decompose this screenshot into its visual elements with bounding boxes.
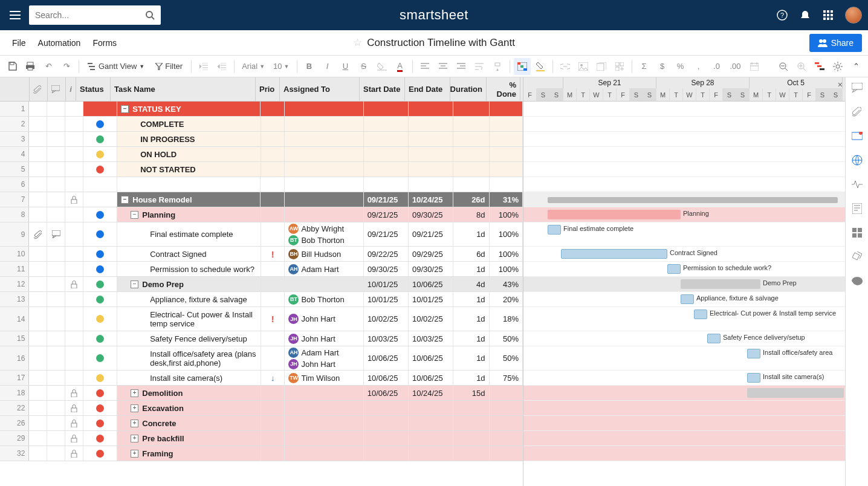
row-number[interactable]: 14 [0, 307, 29, 331]
table-row[interactable]: 22+Excavation [0, 401, 523, 416]
publish-icon[interactable] [850, 154, 864, 167]
cell-duration[interactable]: 1d [453, 292, 489, 306]
cell-duration[interactable] [453, 117, 489, 131]
cell-done[interactable] [490, 416, 523, 430]
print-button[interactable] [22, 58, 39, 75]
cell-start[interactable] [364, 162, 409, 177]
row-number[interactable]: 6 [0, 177, 29, 192]
cell-status[interactable] [83, 416, 117, 430]
save-button[interactable] [4, 58, 21, 75]
cell-priority[interactable] [261, 262, 285, 276]
cell-status[interactable] [83, 431, 117, 446]
cell-task[interactable]: IN PROGRESS [117, 132, 261, 146]
indent-button[interactable] [213, 58, 230, 75]
gantt-row[interactable] [523, 132, 845, 147]
gantt-bar[interactable] [681, 279, 760, 289]
view-selector[interactable]: Gantt View ▼ [83, 58, 149, 75]
zoom-in-button[interactable] [793, 58, 810, 75]
cell-end[interactable]: 10/03/25 [409, 331, 453, 346]
cell-task[interactable]: +Excavation [117, 401, 261, 415]
menu-automation[interactable]: Automation [32, 38, 87, 48]
cell-done[interactable]: 100% [490, 262, 523, 276]
cell-attach[interactable] [29, 207, 47, 222]
comma-button[interactable]: , [690, 58, 707, 75]
redo-button[interactable]: ↷ [58, 58, 75, 75]
cell-done[interactable]: 50% [490, 346, 523, 370]
cell-task[interactable]: COMPLETE [117, 117, 261, 131]
gantt-row[interactable]: Final estimate complete [523, 222, 845, 247]
cell-end[interactable] [409, 102, 453, 116]
link-button[interactable] [557, 58, 574, 75]
cell-assigned[interactable] [285, 401, 363, 415]
cell-done[interactable]: 43% [490, 277, 523, 291]
brandfolder-icon[interactable] [850, 250, 864, 264]
cell-end[interactable]: 10/24/25 [409, 192, 453, 207]
cell-end[interactable] [409, 416, 453, 430]
cell-assigned[interactable] [285, 162, 363, 177]
cell-task[interactable]: Contract Signed [117, 247, 261, 261]
user-avatar[interactable] [845, 7, 862, 24]
cell-comment[interactable] [47, 416, 65, 430]
gantt-bar[interactable] [561, 249, 667, 259]
cell-attach[interactable] [29, 277, 47, 291]
cell-status[interactable] [83, 102, 117, 116]
cell-assigned[interactable] [285, 102, 364, 116]
share-button[interactable]: Share [809, 34, 862, 52]
header-end[interactable]: End Date [405, 77, 450, 101]
cell-start[interactable]: 10/06/25 [364, 386, 409, 400]
cell-task[interactable]: −Demo Prep [117, 277, 261, 291]
cell-assigned[interactable] [285, 177, 364, 192]
row-number[interactable]: 32 [0, 446, 29, 461]
row-number[interactable]: 8 [0, 207, 29, 222]
cell-done[interactable] [490, 401, 523, 415]
align-center-button[interactable] [435, 58, 452, 75]
expand-toggle[interactable]: − [131, 280, 138, 288]
cell-priority[interactable] [261, 292, 285, 306]
cell-attach[interactable] [29, 431, 47, 446]
cell-status[interactable] [83, 277, 117, 291]
gantt-row[interactable] [523, 117, 845, 132]
cell-duration[interactable] [453, 132, 489, 146]
cell-done[interactable] [490, 431, 523, 446]
cell-priority[interactable] [261, 177, 285, 192]
cell-task[interactable]: Appliance, fixture & salvage [117, 292, 261, 306]
row-number[interactable]: 7 [0, 192, 29, 207]
cell-start[interactable]: 10/01/25 [364, 277, 409, 291]
cell-assigned[interactable]: BTBob Thorton [285, 292, 363, 306]
cell-comment[interactable] [47, 102, 65, 116]
cell-duration[interactable] [453, 446, 489, 461]
align-right-button[interactable] [453, 58, 470, 75]
cell-task[interactable]: +Concrete [117, 416, 261, 430]
gantt-bar[interactable] [707, 334, 721, 343]
underline-button[interactable]: U [337, 58, 354, 75]
cell-status[interactable] [83, 117, 117, 131]
cell-duration[interactable]: 26d [453, 192, 489, 207]
cell-attach[interactable] [29, 177, 47, 192]
gantt-bar[interactable] [747, 373, 760, 383]
cell-assigned[interactable] [285, 446, 363, 461]
gantt-row[interactable]: Install site camera(s) [523, 371, 845, 386]
cell-status[interactable] [83, 346, 117, 370]
gantt-row[interactable]: Permission to schedule work? [523, 262, 845, 277]
cell-done[interactable]: 100% [490, 222, 523, 246]
table-row[interactable]: 9Final estimate completeAWAbby WrightBTB… [0, 222, 523, 247]
cell-status[interactable] [83, 177, 117, 192]
expand-toggle[interactable]: + [131, 435, 138, 442]
table-row[interactable]: 16Install office/safety area (plans desk… [0, 346, 523, 371]
activity-icon[interactable] [850, 178, 864, 191]
cell-start[interactable]: 09/21/25 [364, 207, 409, 222]
cell-assigned[interactable] [285, 386, 363, 400]
cell-comment[interactable] [47, 292, 65, 306]
cell-duration[interactable] [453, 177, 489, 192]
cell-attach[interactable] [29, 102, 47, 116]
cell-done[interactable]: 50% [490, 331, 523, 346]
align-left-button[interactable] [416, 58, 433, 75]
cell-status[interactable] [83, 371, 117, 385]
gantt-row[interactable] [523, 446, 845, 461]
gantt-row[interactable]: Appliance, fixture & salvage [523, 292, 845, 307]
cell-end[interactable] [409, 177, 453, 192]
cell-start[interactable] [364, 117, 409, 131]
cell-task[interactable]: Permission to schedule work? [117, 262, 261, 276]
cell-assigned[interactable] [285, 117, 363, 131]
header-prio[interactable]: Prio [256, 77, 280, 101]
